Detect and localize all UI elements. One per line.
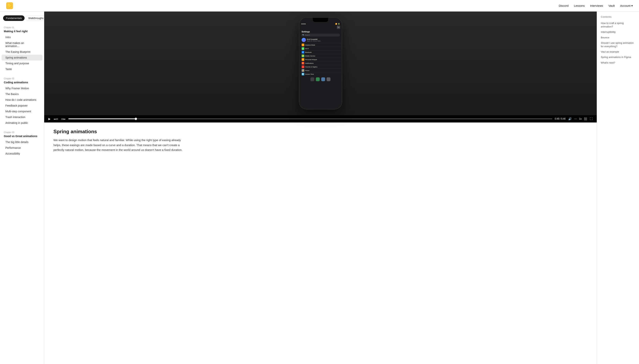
settings-label-sounds: Sounds & Haptics	[305, 66, 318, 68]
settings-label-airplane: Airplane Mode	[305, 44, 315, 46]
contents-item-vaul-example[interactable]: Vaul as example	[601, 49, 635, 54]
phone-user-avatar	[302, 38, 306, 42]
more-button[interactable]: ···	[574, 117, 577, 121]
phone-settings-title: Settings	[300, 30, 341, 33]
sidebar-item-accessibility[interactable]: Accessibility	[2, 151, 43, 156]
play-button[interactable]: ▶	[48, 117, 51, 121]
settings-label-wifi: Wi-Fi	[305, 48, 309, 50]
article-body: We want to design motion that feels natu…	[54, 138, 189, 152]
fullscreen-button[interactable]: ⛶	[589, 117, 593, 121]
logo[interactable]: 🟡	[6, 2, 13, 9]
nav-vault[interactable]: Vault	[608, 4, 615, 7]
settings-icon-mobile: 📶	[302, 54, 304, 57]
dock-icon-2	[316, 77, 320, 81]
nav-interviews[interactable]: Interviews	[590, 4, 603, 7]
sidebar-item-why-framer[interactable]: Why Framer Motion	[2, 86, 43, 91]
main-nav: Discord Lessons Interviews Vault Account…	[559, 4, 633, 8]
tab-walkthroughs[interactable]: Walkthroughs	[25, 15, 44, 21]
volume-button[interactable]: 🔊	[568, 117, 572, 121]
chapter-02-label: Chapter 02	[0, 75, 44, 80]
sidebar-item-taste[interactable]: Taste	[2, 66, 43, 72]
sidebar-item-spring-animations[interactable]: Spring animations	[2, 55, 43, 60]
forward-button[interactable]: 10⏭	[61, 117, 66, 121]
speed-button[interactable]: 1x	[579, 118, 581, 120]
logo-icon: 🟡	[8, 4, 12, 8]
sidebar-item-performance[interactable]: Performance	[2, 145, 43, 151]
phone-carrier: ●●●●●	[301, 23, 306, 25]
sidebar-item-easing-blueprint[interactable]: The Easing Blueprint	[2, 49, 43, 55]
settings-label-screen-time: Screen Time	[305, 73, 314, 75]
progress-fill	[68, 118, 136, 119]
dock-icon-1	[310, 77, 314, 81]
nav-lessons[interactable]: Lessons	[574, 4, 585, 7]
settings-icon-hotspot: ⊕	[302, 58, 304, 61]
dock-icon-3	[321, 77, 325, 81]
phone-mockup: ●●●●● 📶 🔋 ⚙ TV	[299, 17, 342, 110]
contents-item-spring-figma[interactable]: Spring animations in Figma	[601, 54, 635, 60]
nav-account[interactable]: Account ▾	[620, 4, 633, 8]
header: 🟡 Discord Lessons Interviews Vault Accou…	[0, 0, 639, 12]
contents-item-interruptibility[interactable]: Interruptibility	[601, 29, 635, 35]
pip-button[interactable]: ⬛	[583, 117, 587, 121]
video-controls-right: 🔊 ··· 1x ⬛ ⛶	[568, 117, 593, 121]
tab-bar: Fundamentals Walkthroughs	[0, 15, 44, 24]
phone-search-bar: 🔍 Search	[301, 34, 340, 36]
phone-status-icons: 📶 🔋	[335, 23, 340, 25]
right-sidebar: Contents How to craft a spring animation…	[597, 12, 639, 364]
sidebar-item-what-makes[interactable]: What makes an animation...	[2, 40, 43, 49]
phone-user-sub: Apple ID, iCloud, Medi...	[307, 40, 321, 42]
settings-icon-airplane: ✈	[302, 44, 304, 46]
settings-icon-screen-time: 🕐	[302, 73, 304, 76]
chapter-03: Chapter 03 Good vs Great animations The …	[0, 129, 44, 156]
contents-title: Contents	[601, 15, 635, 18]
main-content: ●●●●● 📶 🔋 ⚙ TV	[44, 12, 597, 364]
sidebar-item-big-little-details[interactable]: The big little details	[2, 139, 43, 145]
sidebar-item-timing-purpose[interactable]: Timing and purpose	[2, 60, 43, 66]
contents-item-whats-next[interactable]: What's next?	[601, 60, 635, 66]
sidebar-item-intro[interactable]: Intro	[2, 34, 43, 40]
settings-label-bluetooth: Bluetooth	[305, 52, 312, 53]
phone-user-row: Emil Kowalski Apple ID, iCloud, Medi...	[300, 37, 341, 43]
chapter-03-title: Good vs Great animations	[0, 134, 44, 139]
settings-icon-sounds: ♪	[302, 66, 304, 68]
chapter-03-label: Chapter 03	[0, 129, 44, 134]
chapter-02-title: Coding animations	[0, 80, 44, 86]
settings-icon-bluetooth: ◆	[302, 51, 304, 54]
time-display: 0:49 / 5:46	[555, 118, 566, 120]
phone-top-apps: ⚙ TV	[299, 25, 342, 29]
phone-user-name: Emil Kowalski	[307, 38, 321, 40]
settings-label-mobile: Mobile Service	[305, 55, 315, 57]
contents-item-spring-everything[interactable]: Should I use spring animation for everyt…	[601, 40, 635, 49]
chevron-down-icon: ▾	[631, 4, 633, 8]
sidebar-item-multi-step[interactable]: Multi-step component	[2, 108, 43, 114]
settings-icon-wifi: ▲	[302, 47, 304, 50]
nav-discord[interactable]: Discord	[559, 4, 568, 7]
tab-fundamentals[interactable]: Fundamentals	[3, 15, 25, 21]
chapter-01-label: Chapter 01	[0, 24, 44, 29]
sidebar-item-feedback-popover[interactable]: Feedback popover	[2, 103, 43, 108]
video-wrapper: ●●●●● 📶 🔋 ⚙ TV	[44, 12, 597, 115]
main-layout: Fundamentals Walkthroughs Chapter 01 Mak…	[0, 12, 639, 364]
video-controls: ▶ ⏮10 10⏭ 0:49 / 5:46	[44, 115, 597, 122]
progress-bar[interactable]	[68, 118, 552, 119]
settings-icon-focus: 🌙	[302, 69, 304, 72]
phone-screen: ●●●●● 📶 🔋 ⚙ TV	[299, 18, 342, 109]
phone-dock	[299, 76, 342, 82]
settings-label-notifications: Notifications	[305, 62, 314, 64]
dock-icon-4	[327, 77, 330, 81]
settings-label-hotspot: Personal Hotspot	[305, 59, 317, 60]
contents-item-craft-spring[interactable]: How to craft a spring animation?	[601, 20, 635, 29]
video-container: ●●●●● 📶 🔋 ⚙ TV	[44, 12, 597, 122]
article-title: Spring animations	[54, 129, 189, 134]
rewind-button[interactable]: ⏮10	[53, 117, 59, 121]
progress-thumb	[135, 118, 137, 120]
contents-item-bounce[interactable]: Bounce	[601, 35, 635, 40]
sidebar-item-animating-public[interactable]: Animating in public	[2, 120, 43, 126]
phone-settings-rows: ✈ Airplane Mode ▲ Wi-Fi ◆	[300, 43, 341, 76]
chapter-02: Chapter 02 Coding animations Why Framer …	[0, 75, 44, 126]
chapter-01: Chapter 01 Making it feel right Intro Wh…	[0, 24, 44, 72]
sidebar-item-trash-interaction[interactable]: Trash interaction	[2, 114, 43, 120]
sidebar-item-how-code[interactable]: How do I code animations	[2, 97, 43, 103]
sidebar-item-the-basics[interactable]: The Basics	[2, 91, 43, 97]
sidebar: Fundamentals Walkthroughs Chapter 01 Mak…	[0, 12, 44, 364]
